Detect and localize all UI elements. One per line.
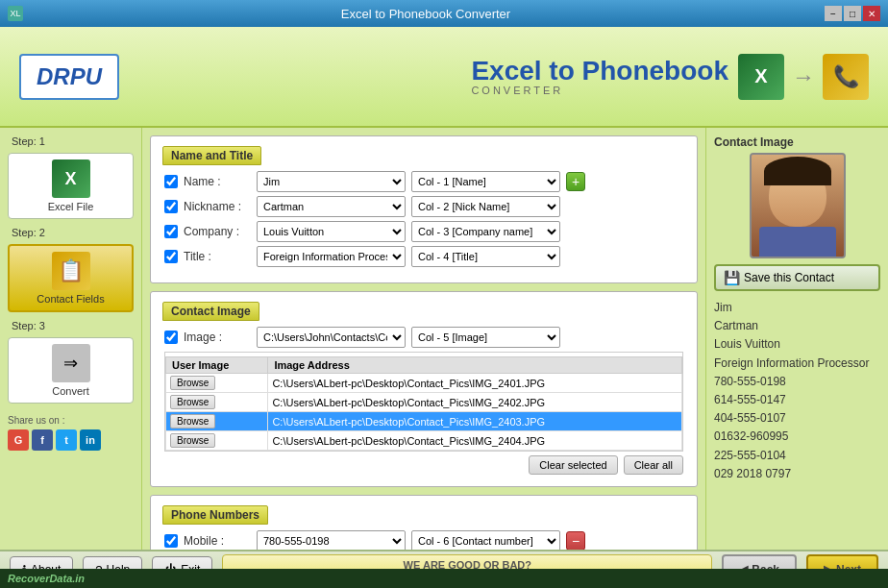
table-row[interactable]: Browse C:\Users\ALbert-pc\Desktop\Contac… [166, 374, 682, 393]
save-icon: 💾 [724, 270, 740, 285]
name-title-header: Name and Title [162, 146, 261, 165]
step3-label: Step: 3 [8, 320, 134, 331]
image-path-cell: C:\Users\ALbert-pc\Desktop\Contact_Pics\… [268, 431, 682, 451]
step2-label: Step: 2 [8, 227, 134, 238]
main-content: Step: 1 X Excel File Step: 2 📋 Contact F… [0, 128, 888, 550]
contact-company: Louis Vuitton [714, 335, 880, 354]
user-image-col-header: User Image [166, 357, 268, 374]
browse-button[interactable]: Browse [170, 433, 215, 448]
nickname-row: Nickname : Cartman Col - 2 [Nick Name] [164, 196, 683, 217]
contact-phone1: 780-555-0198 [714, 373, 880, 391]
name-value-select[interactable]: Jim [257, 171, 406, 192]
title-value-select[interactable]: Foreign Information Process... [257, 246, 406, 267]
company-checkbox[interactable] [164, 225, 178, 238]
face-head [769, 164, 826, 227]
table-row[interactable]: Browse C:\Users\ALbert-pc\Desktop\Contac… [166, 431, 682, 451]
title-col-select[interactable]: Col - 4 [Title] [411, 246, 560, 267]
share-section: Share us on : G f t in [8, 415, 134, 451]
browse-cell: Browse [166, 412, 268, 431]
share-icons: G f t in [8, 429, 134, 451]
clear-all-button[interactable]: Clear all [624, 455, 683, 475]
center-content: Name and Title Name : Jim Col - 1 [Name]… [142, 128, 705, 550]
phone-section: Phone Numbers Mobile : 780-555-0198 Col … [150, 495, 698, 550]
title-checkbox[interactable] [164, 250, 178, 263]
image-label: Image : [184, 331, 251, 344]
clear-buttons: Clear selected Clear all [164, 455, 683, 475]
contact-photo [750, 153, 846, 258]
step2-item[interactable]: 📋 Contact Fields [8, 244, 134, 312]
image-address-col-header: Image Address [268, 357, 682, 374]
convert-icon: ⇒ [52, 344, 90, 382]
step1-label: Step: 1 [8, 135, 134, 147]
table-row[interactable]: Browse C:\Users\ALbert-pc\Desktop\Contac… [166, 412, 682, 431]
contact-phone3: 404-555-0107 [714, 409, 880, 428]
contact-fields-icon: 📋 [52, 252, 90, 290]
nickname-value-select[interactable]: Cartman [257, 196, 406, 217]
table-row[interactable]: Browse C:\Users\ALbert-pc\Desktop\Contac… [166, 393, 682, 412]
header-subtitle: CONVERTER [471, 85, 728, 96]
window-controls: − □ ✕ [825, 6, 880, 21]
right-panel: Contact Image 💾 Save this Contact Jim Ca… [705, 128, 888, 550]
window-title: Excel to Phonebook Converter [27, 7, 825, 21]
mobile-checkbox[interactable] [164, 534, 178, 548]
mobile-value-select[interactable]: 780-555-0198 [257, 530, 406, 550]
face-body [759, 227, 836, 258]
image-table-container: User Image Image Address Browse C:\Users… [164, 352, 683, 452]
name-title-section: Name and Title Name : Jim Col - 1 [Name]… [150, 135, 698, 283]
contact-image-header: Contact Image [162, 302, 259, 321]
name-row: Name : Jim Col - 1 [Name] + [164, 171, 683, 192]
step3-name: Convert [52, 385, 89, 397]
nickname-col-select[interactable]: Col - 2 [Nick Name] [411, 196, 560, 217]
watermark-text: RecoverData.in [8, 573, 85, 584]
image-path-select[interactable]: C:\Users\John\Contacts\Co... [257, 327, 406, 348]
mobile-row: Mobile : 780-555-0198 Col - 6 [Contact n… [164, 530, 683, 550]
company-col-select[interactable]: Col - 3 [Company name] [411, 221, 560, 242]
save-contact-button[interactable]: 💾 Save this Contact [714, 264, 880, 291]
excel-icon: X [738, 54, 784, 100]
company-label: Company : [184, 225, 251, 238]
header-title-block: Excel to Phonebook CONVERTER [471, 58, 728, 96]
share-label: Share us on : [8, 415, 134, 426]
contact-phone4: 01632-960995 [714, 428, 880, 446]
phone-body: Mobile : 780-555-0198 Col - 6 [Contact n… [157, 525, 691, 550]
contact-phone5: 225-555-0104 [714, 447, 880, 465]
google-share-btn[interactable]: G [8, 429, 29, 451]
step1-item[interactable]: X Excel File [8, 153, 134, 219]
contact-image-panel-label: Contact Image [714, 135, 880, 149]
header-icons: X → 📞 [738, 54, 869, 100]
add-row-button[interactable]: + [566, 172, 585, 191]
twitter-share-btn[interactable]: t [56, 429, 77, 451]
contact-name: Jim [714, 299, 880, 317]
face-hair [764, 157, 831, 185]
step3-item[interactable]: ⇒ Convert [8, 337, 134, 404]
linkedin-share-btn[interactable]: in [80, 429, 101, 451]
browse-button[interactable]: Browse [170, 395, 215, 409]
contact-image-body: Image : C:\Users\John\Contacts\Co... Col… [157, 321, 691, 480]
image-row: Image : C:\Users\John\Contacts\Co... Col… [164, 327, 683, 348]
name-checkbox[interactable] [164, 175, 178, 188]
contact-info: Jim Cartman Louis Vuitton Foreign Inform… [714, 299, 880, 483]
minimize-button[interactable]: − [825, 6, 842, 21]
mobile-col-select[interactable]: Col - 6 [Contact number] [411, 530, 560, 550]
image-path-cell: C:\Users\ALbert-pc\Desktop\Contact_Pics\… [268, 393, 682, 412]
image-checkbox[interactable] [164, 331, 178, 344]
company-value-select[interactable]: Louis Vuitton [257, 221, 406, 242]
browse-button[interactable]: Browse [170, 376, 215, 390]
nickname-checkbox[interactable] [164, 200, 178, 213]
contact-title: Foreign Information Processor [714, 355, 880, 373]
image-table: User Image Image Address Browse C:\Users… [165, 356, 682, 451]
image-path-cell: C:\Users\ALbert-pc\Desktop\Contact_Pics\… [268, 412, 682, 431]
maximize-button[interactable]: □ [844, 6, 861, 21]
close-button[interactable]: ✕ [863, 6, 880, 21]
title-row: Title : Foreign Information Process... C… [164, 246, 683, 267]
title-label: Title : [184, 250, 251, 263]
image-col-select[interactable]: Col - 5 [Image] [411, 327, 560, 348]
step1-name: Excel File [48, 201, 94, 212]
browse-button[interactable]: Browse [170, 414, 215, 429]
name-col-select[interactable]: Col - 1 [Name] [411, 171, 560, 192]
remove-phone-button[interactable]: − [566, 531, 585, 550]
contact-nickname: Cartman [714, 317, 880, 335]
clear-selected-button[interactable]: Clear selected [529, 455, 617, 475]
contact-image-section: Contact Image Image : C:\Users\John\Cont… [150, 291, 698, 487]
facebook-share-btn[interactable]: f [32, 429, 53, 451]
